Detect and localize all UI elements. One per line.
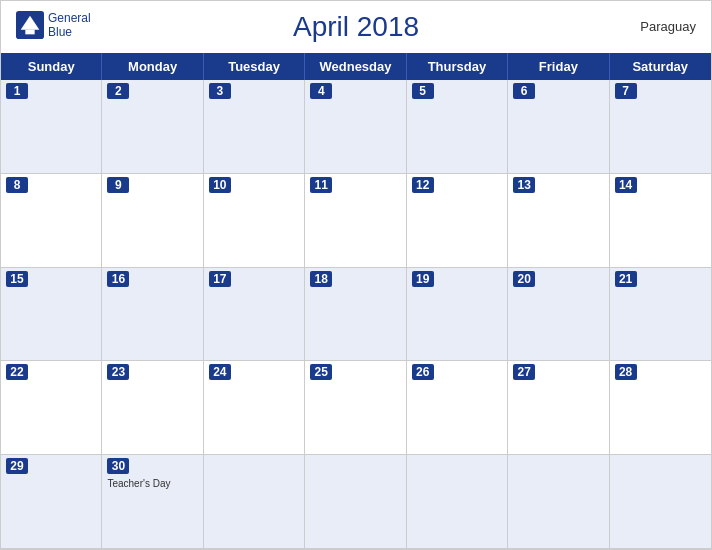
day-number: 19 bbox=[412, 271, 434, 287]
day-number: 23 bbox=[107, 364, 129, 380]
day-cell: 14 bbox=[610, 174, 711, 268]
day-number: 13 bbox=[513, 177, 535, 193]
logo-line2: Blue bbox=[48, 25, 91, 39]
logo: General Blue bbox=[16, 11, 91, 40]
day-cell: 15 bbox=[1, 268, 102, 362]
day-cell: 1 bbox=[1, 80, 102, 174]
day-cell: 29 bbox=[1, 455, 102, 549]
day-number: 7 bbox=[615, 83, 637, 99]
logo-icon bbox=[16, 11, 44, 39]
day-cell: 23 bbox=[102, 361, 203, 455]
calendar: General Blue April 2018 Paraguay SundayM… bbox=[0, 0, 712, 550]
logo-line1: General bbox=[48, 11, 91, 25]
day-cell bbox=[407, 455, 508, 549]
day-number: 29 bbox=[6, 458, 28, 474]
day-cell: 27 bbox=[508, 361, 609, 455]
day-number: 15 bbox=[6, 271, 28, 287]
day-number: 27 bbox=[513, 364, 535, 380]
day-number: 10 bbox=[209, 177, 231, 193]
month-title: April 2018 bbox=[293, 11, 419, 43]
day-number: 11 bbox=[310, 177, 332, 193]
day-number: 5 bbox=[412, 83, 434, 99]
calendar-header: General Blue April 2018 Paraguay bbox=[1, 1, 711, 53]
day-cell: 11 bbox=[305, 174, 406, 268]
day-number: 25 bbox=[310, 364, 332, 380]
day-cell: 13 bbox=[508, 174, 609, 268]
day-cell: 5 bbox=[407, 80, 508, 174]
day-header-thursday: Thursday bbox=[407, 53, 508, 80]
day-cell: 7 bbox=[610, 80, 711, 174]
day-cell: 18 bbox=[305, 268, 406, 362]
day-cell bbox=[204, 455, 305, 549]
day-number: 17 bbox=[209, 271, 231, 287]
day-header-sunday: Sunday bbox=[1, 53, 102, 80]
day-header-saturday: Saturday bbox=[610, 53, 711, 80]
day-cell: 20 bbox=[508, 268, 609, 362]
svg-rect-2 bbox=[25, 30, 34, 35]
day-header-friday: Friday bbox=[508, 53, 609, 80]
day-cell: 8 bbox=[1, 174, 102, 268]
day-number: 2 bbox=[107, 83, 129, 99]
day-cell bbox=[610, 455, 711, 549]
day-number: 21 bbox=[615, 271, 637, 287]
day-header-monday: Monday bbox=[102, 53, 203, 80]
day-header-wednesday: Wednesday bbox=[305, 53, 406, 80]
day-cell: 30Teacher's Day bbox=[102, 455, 203, 549]
country-label: Paraguay bbox=[640, 19, 696, 34]
day-cell: 24 bbox=[204, 361, 305, 455]
day-cell: 4 bbox=[305, 80, 406, 174]
day-cell: 26 bbox=[407, 361, 508, 455]
day-number: 1 bbox=[6, 83, 28, 99]
day-cell: 3 bbox=[204, 80, 305, 174]
day-cell: 21 bbox=[610, 268, 711, 362]
calendar-grid: 1234567891011121314151617181920212223242… bbox=[1, 80, 711, 549]
day-number: 14 bbox=[615, 177, 637, 193]
day-number: 4 bbox=[310, 83, 332, 99]
day-cell: 10 bbox=[204, 174, 305, 268]
day-header-tuesday: Tuesday bbox=[204, 53, 305, 80]
day-cell: 22 bbox=[1, 361, 102, 455]
day-headers: SundayMondayTuesdayWednesdayThursdayFrid… bbox=[1, 53, 711, 80]
day-cell: 16 bbox=[102, 268, 203, 362]
day-number: 9 bbox=[107, 177, 129, 193]
day-cell: 9 bbox=[102, 174, 203, 268]
day-cell: 6 bbox=[508, 80, 609, 174]
day-number: 24 bbox=[209, 364, 231, 380]
day-cell: 12 bbox=[407, 174, 508, 268]
day-cell bbox=[305, 455, 406, 549]
day-number: 22 bbox=[6, 364, 28, 380]
day-number: 28 bbox=[615, 364, 637, 380]
day-number: 26 bbox=[412, 364, 434, 380]
day-number: 8 bbox=[6, 177, 28, 193]
day-number: 18 bbox=[310, 271, 332, 287]
day-number: 30 bbox=[107, 458, 129, 474]
day-number: 3 bbox=[209, 83, 231, 99]
day-cell bbox=[508, 455, 609, 549]
day-number: 12 bbox=[412, 177, 434, 193]
day-cell: 28 bbox=[610, 361, 711, 455]
day-number: 16 bbox=[107, 271, 129, 287]
day-cell: 25 bbox=[305, 361, 406, 455]
day-number: 20 bbox=[513, 271, 535, 287]
day-cell: 2 bbox=[102, 80, 203, 174]
holiday-label: Teacher's Day bbox=[107, 478, 197, 489]
day-cell: 19 bbox=[407, 268, 508, 362]
day-cell: 17 bbox=[204, 268, 305, 362]
day-number: 6 bbox=[513, 83, 535, 99]
